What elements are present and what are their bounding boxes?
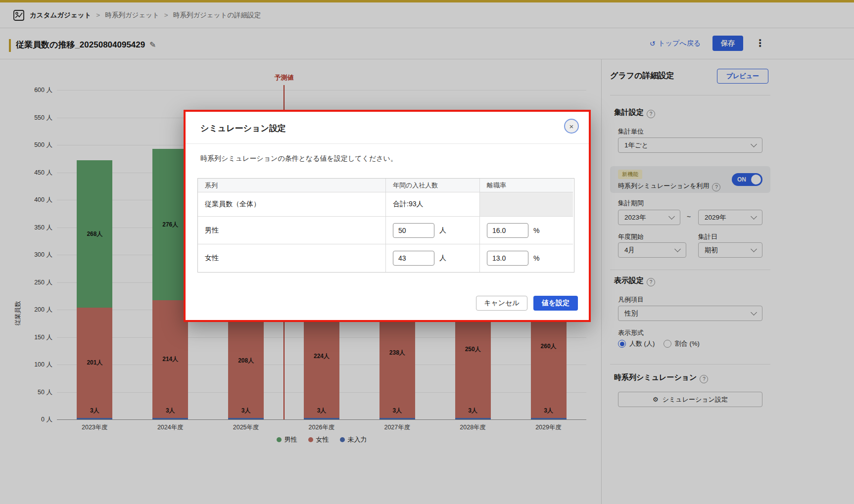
male-hires-input[interactable] [393, 223, 434, 238]
unit-label: 人 [439, 254, 446, 263]
column-header-turnover: 離職率 [480, 179, 573, 192]
modal-title: シミュレーション設定 [200, 123, 286, 134]
column-header-series: 系列 [198, 179, 386, 192]
simulation-modal: シミュレーション設定 × 時系列シミュレーションの条件となる値を設定してください… [184, 110, 591, 322]
cell-series-total: 従業員数（全体） [198, 192, 386, 217]
cancel-button[interactable]: キャンセル [476, 296, 527, 311]
cell-turnover-total-disabled [480, 192, 573, 217]
cell-hires-female: 人 [386, 244, 480, 272]
close-icon[interactable]: × [564, 119, 579, 134]
simulation-table: 系列 年間の入社人数 離職率 従業員数（全体） 合計:93人 男性 人 % 女性 [197, 178, 574, 273]
cell-hires-male: 人 [386, 217, 480, 244]
cell-hires-total: 合計:93人 [386, 192, 480, 217]
cell-series-female: 女性 [198, 244, 386, 272]
column-header-hires: 年間の入社人数 [386, 179, 480, 192]
app-root: カスタムガジェット > 時系列ガジェット > 時系列ガジェットの詳細設定 従業員… [0, 0, 854, 504]
unit-label: % [533, 254, 539, 262]
submit-values-button[interactable]: 値を設定 [533, 296, 578, 311]
modal-actions: キャンセル 値を設定 [476, 296, 578, 311]
female-hires-input[interactable] [393, 251, 434, 266]
divider [186, 143, 589, 144]
unit-label: % [533, 227, 539, 234]
male-turnover-input[interactable] [487, 223, 528, 238]
cell-series-male: 男性 [198, 217, 386, 244]
female-turnover-input[interactable] [487, 251, 528, 266]
simulation-modal-inner: シミュレーション設定 × 時系列シミュレーションの条件となる値を設定してください… [186, 112, 589, 320]
cell-turnover-male: % [480, 217, 573, 244]
modal-description: 時系列シミュレーションの条件となる値を設定してください。 [200, 154, 397, 163]
cell-turnover-female: % [480, 244, 573, 272]
unit-label: 人 [439, 226, 446, 235]
